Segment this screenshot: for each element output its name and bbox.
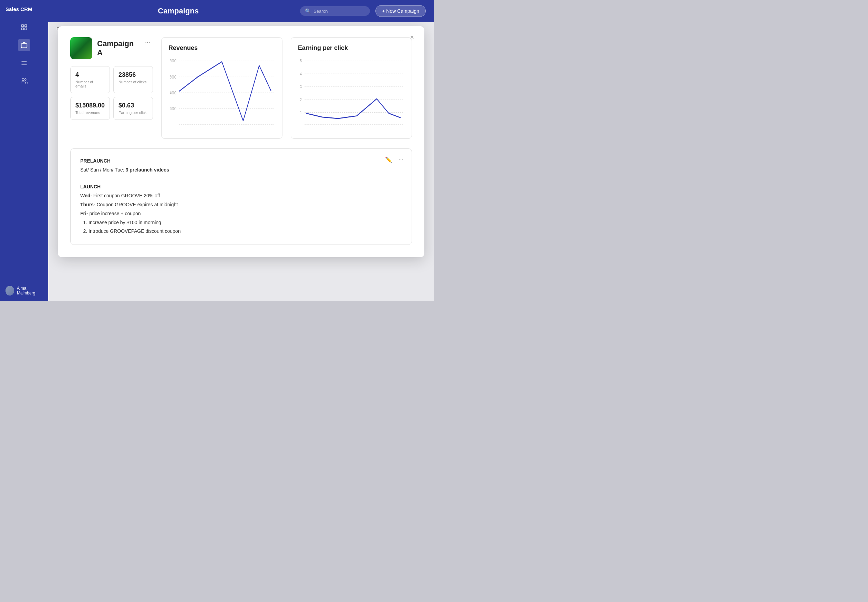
notes-launch-fri: Fri- price increase + coupon bbox=[80, 210, 402, 218]
stat-value-clicks: 23856 bbox=[118, 71, 148, 78]
notes-wed-bold: Wed bbox=[80, 193, 90, 198]
svg-text:8000: 8000 bbox=[170, 59, 177, 63]
app-name: Sales CRM bbox=[0, 0, 48, 18]
notes-thurs-text: - Coupon GROOVE expires at midnight bbox=[94, 202, 178, 207]
svg-text:4: 4 bbox=[300, 72, 302, 76]
stat-value-revenue: $15089.00 bbox=[75, 102, 105, 109]
svg-text:6000: 6000 bbox=[170, 75, 177, 79]
stat-box-revenue: $15089.00 Total revenues bbox=[70, 97, 110, 120]
header: Campaigns 🔍 + New Campaign bbox=[48, 0, 434, 22]
list-item: Introduce GROOVEPAGE discount coupon bbox=[89, 227, 402, 236]
stat-box-clicks: 23856 Number of clicks bbox=[113, 66, 153, 93]
revenues-chart-card: Revenues 8000 6000 4000 bbox=[161, 37, 283, 139]
notes-fri-text: - price increase + coupon bbox=[86, 211, 141, 216]
revenues-line bbox=[179, 61, 271, 121]
epc-chart-container: 5 4 3 2 1 bbox=[298, 57, 405, 133]
notes-edit-button[interactable]: ✏️ bbox=[384, 155, 393, 164]
notes-prelaunch-title: PRELAUNCH bbox=[80, 157, 402, 165]
stat-value-epc: $0.63 bbox=[118, 102, 148, 109]
sidebar: Sales CRM Alma Malmberg bbox=[0, 0, 48, 301]
search-icon: 🔍 bbox=[305, 8, 311, 14]
notes-fri-bold: Fri bbox=[80, 211, 86, 216]
modal-close-button[interactable]: × bbox=[407, 32, 417, 42]
notes-launch-wed: Wed- First coupon GROOVE 20% off bbox=[80, 192, 402, 200]
stat-value-emails: 4 bbox=[75, 71, 105, 78]
stat-label-revenue: Total revenues bbox=[75, 111, 105, 115]
search-bar[interactable]: 🔍 bbox=[300, 6, 370, 16]
notes-prelaunch-line1: Sat/ Sun / Mon/ Tue: 3 prelaunch videos bbox=[80, 166, 402, 174]
stat-label-emails: Number of emails bbox=[75, 80, 105, 88]
notes-section: ✏️ ··· PRELAUNCH Sat/ Sun / Mon/ Tue: 3 … bbox=[70, 149, 412, 245]
svg-text:5: 5 bbox=[300, 59, 302, 63]
svg-text:2: 2 bbox=[300, 97, 302, 102]
revenues-chart-container: 8000 6000 4000 2000 bbox=[169, 57, 275, 133]
svg-rect-0 bbox=[22, 25, 24, 27]
svg-text:4000: 4000 bbox=[170, 91, 177, 95]
svg-text:2000: 2000 bbox=[170, 107, 177, 111]
search-input[interactable] bbox=[313, 9, 365, 14]
notes-wed-text: - First coupon GROOVE 20% off bbox=[90, 193, 160, 198]
campaign-modal: × Campaign A ··· 4 Number of emails bbox=[58, 26, 424, 257]
svg-point-8 bbox=[22, 78, 25, 81]
sidebar-item-campaigns[interactable] bbox=[18, 39, 30, 51]
epc-chart-card: Earning per click 5 4 bbox=[291, 37, 412, 139]
svg-rect-4 bbox=[22, 44, 27, 48]
modal-overlay: × Campaign A ··· 4 Number of emails bbox=[48, 22, 434, 301]
svg-rect-2 bbox=[22, 28, 24, 30]
stat-label-clicks: Number of clicks bbox=[118, 80, 148, 84]
notes-menu-button[interactable]: ··· bbox=[398, 155, 405, 164]
epc-line bbox=[306, 99, 401, 118]
sidebar-user: Alma Malmberg bbox=[0, 280, 48, 301]
page-title: Campaigns bbox=[57, 6, 300, 15]
notes-list: Increase price by $100 in morning Introd… bbox=[89, 219, 402, 236]
stat-label-epc: Earning per click bbox=[118, 111, 148, 115]
revenues-chart-svg: 8000 6000 4000 2000 bbox=[169, 57, 275, 133]
notes-launch-title: LAUNCH bbox=[80, 183, 402, 191]
svg-text:3: 3 bbox=[300, 85, 302, 89]
svg-rect-3 bbox=[25, 28, 27, 30]
stats-grid: 4 Number of emails 23856 Number of click… bbox=[70, 66, 153, 120]
list-item: Increase price by $100 in morning bbox=[89, 219, 402, 227]
campaign-logo bbox=[70, 37, 92, 59]
campaign-menu-button[interactable]: ··· bbox=[142, 37, 153, 47]
notes-prelaunch-bold: 3 prelaunch videos bbox=[126, 167, 169, 172]
notes-actions: ✏️ ··· bbox=[384, 155, 405, 164]
campaign-name: Campaign A bbox=[97, 39, 137, 57]
stat-box-epc: $0.63 Earning per click bbox=[113, 97, 153, 120]
revenues-chart-title: Revenues bbox=[169, 45, 275, 52]
notes-content: PRELAUNCH Sat/ Sun / Mon/ Tue: 3 prelaun… bbox=[80, 157, 402, 236]
notes-prelaunch-prefix: Sat/ Sun / Mon/ Tue: bbox=[80, 167, 126, 172]
stat-box-emails: 4 Number of emails bbox=[70, 66, 110, 93]
svg-rect-1 bbox=[25, 25, 27, 27]
campaign-card: Campaign A ··· 4 Number of emails 23856 … bbox=[70, 37, 153, 139]
sidebar-item-dashboard[interactable] bbox=[18, 21, 30, 34]
svg-text:1: 1 bbox=[300, 111, 302, 115]
sidebar-item-list[interactable] bbox=[18, 57, 30, 69]
campaign-header: Campaign A ··· bbox=[70, 37, 153, 59]
main-content: Dashboard × Campaign A ··· 4 Number bbox=[48, 22, 434, 301]
epc-chart-svg: 5 4 3 2 1 bbox=[298, 57, 405, 133]
new-campaign-button[interactable]: + New Campaign bbox=[375, 5, 426, 17]
modal-top-section: Campaign A ··· 4 Number of emails 23856 … bbox=[70, 37, 412, 139]
notes-thurs-bold: Thurs bbox=[80, 202, 94, 207]
epc-chart-title: Earning per click bbox=[298, 45, 405, 52]
user-name: Alma Malmberg bbox=[17, 286, 43, 295]
avatar bbox=[6, 286, 14, 295]
notes-launch-thurs: Thurs- Coupon GROOVE expires at midnight bbox=[80, 201, 402, 209]
sidebar-item-people[interactable] bbox=[18, 75, 30, 87]
